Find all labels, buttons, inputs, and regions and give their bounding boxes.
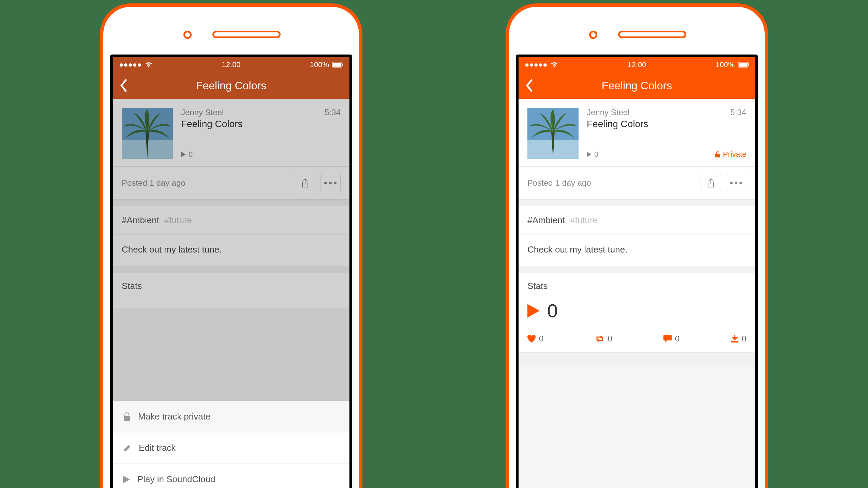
track-duration: 5:34: [730, 108, 746, 117]
downloads-count: 0: [742, 334, 746, 344]
comments-count: 0: [675, 334, 679, 344]
nav-bar: Feeling Colors: [113, 72, 349, 99]
battery-icon: [738, 62, 749, 67]
back-button[interactable]: [525, 79, 533, 92]
sheet-make-private-label: Make track private: [138, 411, 210, 422]
svg-rect-5: [124, 416, 130, 421]
wifi-icon: [145, 62, 152, 68]
svg-rect-1: [333, 63, 341, 66]
sheet-edit-label: Edit track: [139, 443, 176, 453]
nav-bar: Feeling Colors: [519, 72, 755, 99]
status-bar: ●●●●● 12.00 100%: [113, 57, 349, 72]
stat-downloads[interactable]: 0: [731, 334, 746, 344]
phone-left: ●●●●● 12.00 100% Feeling Colors: [100, 3, 362, 488]
posted-text: Posted 1 day ago: [527, 178, 591, 188]
back-button[interactable]: [120, 79, 127, 92]
sheet-play-soundcloud[interactable]: Play in SoundCloud: [113, 464, 349, 488]
svg-rect-2: [342, 63, 343, 66]
bottom-gap: [519, 352, 755, 366]
palm-tree-icon: [527, 108, 579, 159]
power-button: [767, 109, 768, 150]
mute-switch: [506, 92, 506, 112]
screen-right: ●●●●● 12.00 100% Feeling Colors: [516, 55, 758, 488]
content-area: Jenny Steel 5:34 Feeling Colors 0 Pri: [519, 99, 755, 488]
share-button[interactable]: [701, 174, 721, 192]
stat-reposts[interactable]: 0: [595, 334, 612, 344]
tag-primary[interactable]: #Ambient: [527, 215, 565, 225]
status-time: 12.00: [628, 60, 646, 69]
nav-title: Feeling Colors: [602, 79, 672, 92]
more-button[interactable]: [726, 174, 746, 192]
signal-dots-icon: ●●●●●: [119, 60, 141, 69]
nav-title: Feeling Colors: [196, 79, 266, 92]
wifi-icon: [551, 62, 558, 68]
pencil-icon: [123, 444, 131, 452]
svg-rect-11: [715, 154, 720, 157]
volume-up: [506, 126, 506, 164]
mute-switch: [100, 92, 101, 112]
svg-rect-12: [731, 341, 738, 342]
stat-comments[interactable]: 0: [663, 334, 679, 344]
play-icon: [123, 476, 130, 483]
stats-section: Stats 0 0 0: [519, 273, 755, 352]
posted-row: Posted 1 day ago: [519, 167, 755, 199]
private-badge: Private: [715, 150, 746, 159]
private-label: Private: [723, 150, 746, 159]
phone-speaker: [618, 31, 686, 38]
volume-down: [100, 170, 101, 208]
stats-plays-big: 0: [527, 300, 746, 322]
track-header: Jenny Steel 5:34 Feeling Colors 0 Pri: [519, 99, 755, 167]
download-icon: [731, 335, 738, 342]
content-area: Jenny Steel 5:34 Feeling Colors 0: [113, 99, 349, 488]
more-icon: [730, 182, 742, 184]
battery-percent: 100%: [310, 60, 329, 69]
lock-icon: [715, 151, 720, 158]
share-icon: [707, 178, 715, 188]
section-gap-2: [519, 266, 755, 273]
description: Check out my latest tune.: [519, 235, 755, 266]
likes-count: 0: [539, 334, 543, 344]
heart-icon: [527, 335, 536, 342]
battery-icon: [332, 62, 343, 67]
svg-rect-7: [739, 63, 747, 66]
comment-icon: [663, 335, 672, 342]
svg-rect-8: [748, 63, 749, 66]
lock-icon: [123, 412, 131, 422]
screen-left: ●●●●● 12.00 100% Feeling Colors: [110, 55, 352, 488]
artist-name[interactable]: Jenny Steel: [587, 108, 629, 117]
phone-speaker: [212, 31, 281, 38]
chevron-left-icon: [120, 79, 127, 92]
signal-dots-icon: ●●●●●: [525, 60, 547, 69]
sheet-make-private[interactable]: Make track private: [113, 401, 349, 432]
reposts-count: 0: [608, 334, 612, 344]
track-title[interactable]: Feeling Colors: [587, 119, 746, 129]
status-bar: ●●●●● 12.00 100%: [519, 57, 755, 72]
volume-up: [100, 126, 101, 164]
stats-title: Stats: [527, 281, 746, 291]
status-time: 12.00: [222, 60, 241, 69]
play-icon: [587, 152, 592, 157]
track-artwork[interactable]: [527, 108, 579, 159]
stats-plays-value: 0: [547, 300, 558, 322]
power-button: [362, 109, 362, 150]
volume-down: [506, 170, 506, 208]
sheet-play-label: Play in SoundCloud: [137, 474, 215, 485]
action-sheet: Make track private Edit track Play in So…: [113, 401, 349, 488]
phone-camera: [183, 31, 192, 39]
repost-icon: [595, 335, 604, 342]
stats-row: 0 0 0 0: [527, 331, 746, 344]
play-icon: [527, 304, 540, 318]
phone-camera: [589, 31, 597, 39]
sheet-edit-track[interactable]: Edit track: [113, 432, 349, 464]
tag-secondary[interactable]: #future: [570, 215, 598, 225]
chevron-left-icon: [525, 79, 533, 92]
phone-right: ●●●●● 12.00 100% Feeling Colors: [506, 3, 768, 488]
section-gap: [519, 199, 755, 206]
stat-likes[interactable]: 0: [527, 334, 543, 344]
play-count: 0: [594, 150, 598, 159]
tags-row: #Ambient #future: [519, 206, 755, 235]
battery-percent: 100%: [716, 60, 735, 69]
